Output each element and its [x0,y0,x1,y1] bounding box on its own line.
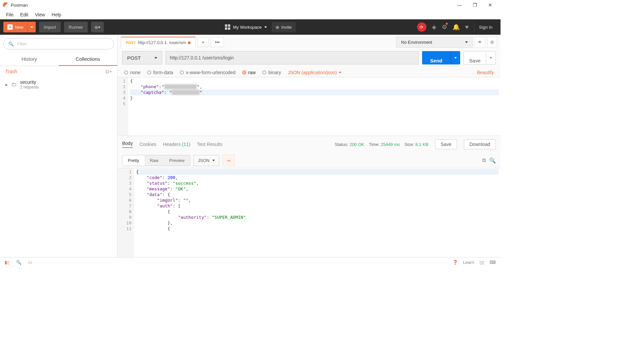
response-format-dropdown[interactable]: JSON [194,155,219,166]
workspace-label: My Workspace [233,25,262,30]
view-raw[interactable]: Raw [144,155,164,166]
body-type-xwww[interactable]: x-www-form-urlencoded [180,70,236,75]
collection-name: security [20,79,39,85]
content-area: POST http://127.0.0.1. /user/sm + ••• No… [117,35,501,257]
new-dropdown[interactable] [27,22,36,32]
notifications-icon[interactable]: 🔔 [452,23,460,31]
view-preview[interactable]: Preview [164,155,190,166]
invite-button[interactable]: ⊕ Invite [272,22,296,32]
trash-link[interactable]: Trash [5,69,17,74]
filter-input[interactable]: 🔍 Filter [3,38,114,49]
sidebar: 🔍 Filter History Collections Trash ⊡+ ▶ … [0,35,117,257]
response-tab-body[interactable]: Body [122,141,133,148]
method-dropdown[interactable]: POST [122,51,162,64]
tab-url: http://127.0.0.1. /user/sm [138,40,186,45]
view-pretty[interactable]: Pretty [122,155,144,166]
tab-options-button[interactable]: ••• [211,37,224,47]
console-icon[interactable]: ▭ [28,260,32,265]
menu-view[interactable]: View [32,11,48,19]
sidebar-toggle-icon[interactable]: ▮▯ [5,260,9,265]
request-tab[interactable]: POST http://127.0.0.1. /user/sm [121,37,196,48]
tab-history[interactable]: History [0,53,59,66]
find-icon[interactable]: 🔍 [16,260,21,265]
window-titlebar: Postman — ❐ ✕ [0,0,501,10]
tab-collections[interactable]: Collections [59,53,117,66]
response-save-button[interactable]: Save [435,139,457,149]
folder-icon: 🗀 [11,81,17,88]
plus-icon: + [7,24,13,30]
response-code-area: { "code": 200, "status": "success", "mes… [134,168,501,257]
response-meta: Status: 200 OK Time: 25449 ms Size: 8.1 … [335,142,428,147]
body-type-binary[interactable]: binary [262,70,281,75]
grid-icon [225,24,230,30]
two-pane-icon[interactable]: ▯▯ [479,260,484,265]
search-response-icon[interactable]: 🔍 [489,157,496,164]
satellite-icon[interactable]: ◈ [432,23,436,31]
menu-edit[interactable]: Edit [17,11,32,19]
caret-right-icon: ▶ [5,83,8,87]
heart-icon[interactable]: ♥ [465,24,469,31]
url-value: http://127.0.0.1 /user/sms/login [170,55,234,60]
wrap-lines-button[interactable]: ⇥ [223,155,235,166]
response-tab-tests[interactable]: Test Results [197,142,222,147]
body-type-formdata[interactable]: form-data [147,70,173,75]
new-label: New [15,25,23,30]
unsaved-dot-icon [188,41,191,44]
filter-placeholder: Filter [17,41,27,46]
body-type-none[interactable]: none [124,70,140,75]
help-icon[interactable]: ❓ [452,260,458,265]
status-bar: ▮▯ 🔍 ▭ ❓ Learn ▯▯ ⌨ [0,257,501,267]
method-value: POST [127,55,141,61]
body-type-raw[interactable]: raw [242,70,256,75]
collection-requests: 2 requests [20,85,39,90]
content-type-dropdown[interactable]: JSON (application/json) [288,70,341,75]
response-view-group: Pretty Raw Preview [122,155,190,166]
menu-bar: File Edit View Help [0,10,501,19]
response-tab-cookies[interactable]: Cookies [139,142,156,147]
postman-logo-icon [3,2,9,8]
copy-response-icon[interactable]: ⧉ [482,157,486,163]
menu-help[interactable]: Help [48,11,65,19]
workspace-selector[interactable]: My Workspace [225,24,267,30]
save-button[interactable]: Save [463,51,496,64]
line-gutter: 1 2 3 4 5 [117,77,128,136]
send-button[interactable]: Send [422,51,460,64]
window-minimize-button[interactable]: — [452,0,467,10]
url-input[interactable]: http://127.0.0.1 /user/sms/login [166,51,419,64]
window-close-button[interactable]: ✕ [482,0,498,10]
response-line-gutter: 1 2 3 4 5 6 7 8 9 10 11 [117,168,134,257]
signin-button[interactable]: Sign In [474,22,497,32]
response-body-viewer[interactable]: 1 2 3 4 5 6 7 8 9 10 11 { "code": 200, "… [117,168,501,257]
new-collection-icon[interactable]: ⊡+ [105,69,112,74]
environment-selector[interactable]: No Environment [396,37,473,48]
user-plus-icon: ⊕ [276,25,279,30]
code-area[interactable]: { "phone":" ", "captcha": " " } [128,77,501,136]
new-button[interactable]: +New [3,22,36,32]
learn-link[interactable]: Learn [463,260,474,265]
runner-button[interactable]: Runner [64,22,88,32]
keyboard-icon[interactable]: ⌨ [490,260,496,265]
menu-file[interactable]: File [3,11,17,19]
app-title: Postman [11,3,28,8]
env-label: No Environment [401,40,432,45]
tab-method: POST [126,41,136,45]
collection-item-security[interactable]: ▶ 🗀 security 2 requests [0,77,117,92]
search-icon: 🔍 [8,41,14,46]
request-body-editor[interactable]: 1 2 3 4 5 { "phone":" ", "captcha": " " … [117,77,501,136]
send-dropdown[interactable] [450,51,460,64]
response-download-button[interactable]: Download [464,139,496,149]
beautify-button[interactable]: Beautify [477,70,494,75]
invite-label: Invite [281,25,292,30]
import-button[interactable]: Import [39,22,61,32]
env-settings-button[interactable]: ⚙ [487,37,497,48]
main-toolbar: +New Import Runner ⊕▾ My Workspace ⊕ Inv… [0,19,501,35]
sync-icon[interactable]: ⟳ [417,22,426,32]
open-new-button[interactable]: ⊕▾ [91,22,104,32]
response-tab-headers[interactable]: Headers (11) [163,142,191,147]
interceptor-icon[interactable]: ⚙ [442,23,447,31]
window-maximize-button[interactable]: ❐ [467,0,482,10]
save-dropdown[interactable] [486,51,496,64]
env-preview-button[interactable]: 👁 [475,37,485,48]
new-tab-button[interactable]: + [198,37,209,47]
